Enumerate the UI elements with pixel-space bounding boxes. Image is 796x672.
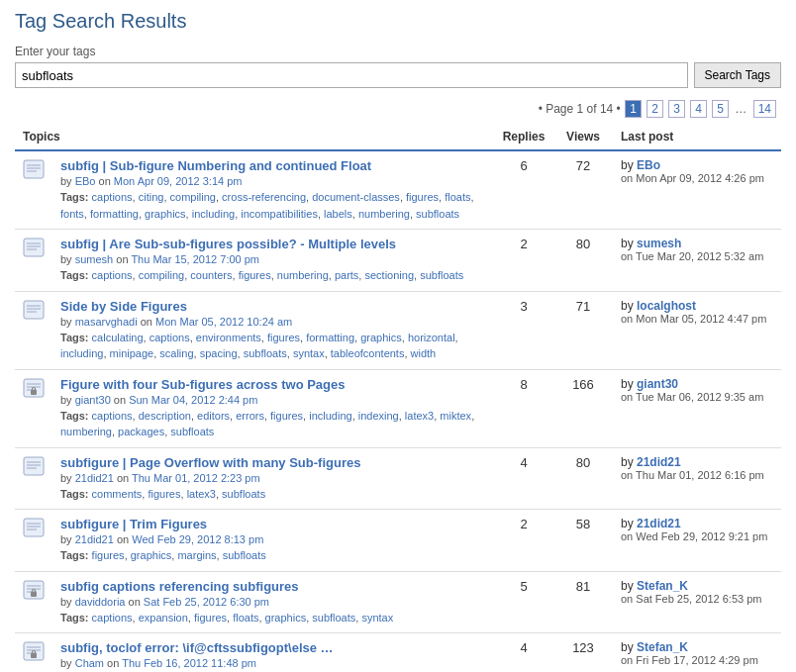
tag-link[interactable]: figures: [270, 410, 303, 422]
tag-link[interactable]: subfloats: [170, 426, 214, 437]
tag-link[interactable]: graphics: [265, 612, 307, 624]
tag-link[interactable]: captions: [92, 269, 133, 281]
topic-title-link[interactable]: subfig | Are Sub-sub-figures possible? -…: [60, 237, 396, 251]
tag-link[interactable]: citing: [139, 191, 164, 203]
page-4[interactable]: 4: [690, 100, 707, 118]
tag-link[interactable]: tableofcontents: [331, 347, 405, 359]
page-last[interactable]: 14: [753, 100, 776, 118]
tag-link[interactable]: compiling: [170, 191, 216, 203]
topic-title-link[interactable]: subfig captions referencing subfigures: [60, 579, 299, 594]
topic-date-link[interactable]: Sun Mar 04, 2012 2:44 pm: [129, 394, 257, 406]
tag-link[interactable]: width: [411, 347, 437, 359]
tag-link[interactable]: figures: [194, 612, 227, 624]
tag-link[interactable]: including: [309, 410, 351, 422]
tag-link[interactable]: description: [139, 410, 191, 422]
tag-link[interactable]: fonts: [60, 208, 84, 220]
topic-author-link[interactable]: EBo: [75, 175, 96, 187]
tag-link[interactable]: errors: [236, 410, 264, 422]
topic-date-link[interactable]: Wed Feb 29, 2012 8:13 pm: [132, 533, 263, 545]
topic-date-link[interactable]: Mon Mar 05, 2012 10:24 am: [155, 316, 292, 328]
topic-title-link[interactable]: subfigure | Trim Figures: [60, 517, 207, 531]
topic-author-link[interactable]: daviddoria: [75, 596, 126, 608]
topic-date-link[interactable]: Thu Mar 15, 2012 7:00 pm: [131, 253, 259, 265]
topic-title-link[interactable]: subfigure | Page Overflow with many Sub-…: [60, 455, 360, 470]
tag-link[interactable]: packages: [118, 426, 164, 437]
tag-link[interactable]: including: [60, 347, 103, 359]
tag-link[interactable]: graphics: [145, 208, 186, 220]
tag-link[interactable]: syntax: [361, 612, 393, 624]
tag-link[interactable]: formatting: [90, 208, 139, 220]
tag-link[interactable]: syntax: [293, 347, 325, 359]
tag-link[interactable]: compiling: [139, 269, 184, 281]
tag-link[interactable]: figures: [406, 191, 439, 203]
search-tags-button[interactable]: Search Tags: [694, 62, 782, 88]
tag-link[interactable]: captions: [149, 332, 190, 343]
tag-link[interactable]: numbering: [277, 269, 329, 281]
tag-link[interactable]: floats: [233, 612, 258, 624]
tag-link[interactable]: latex3: [405, 410, 434, 422]
topic-title-link[interactable]: Figure with four Sub-figures across two …: [60, 377, 346, 392]
tag-link[interactable]: calculating: [92, 332, 144, 343]
topic-date-link[interactable]: Mon Apr 09, 2012 3:14 pm: [114, 175, 243, 187]
topic-title-link[interactable]: subfig | Sub-figure Numbering and contin…: [60, 158, 371, 173]
tag-link[interactable]: spacing: [200, 347, 238, 359]
topic-date-link[interactable]: Thu Feb 16, 2012 11:48 pm: [122, 657, 256, 669]
page-5[interactable]: 5: [712, 100, 729, 118]
tag-link[interactable]: expansion: [139, 612, 188, 624]
tag-link[interactable]: counters: [190, 269, 232, 281]
lastpost-user-link[interactable]: Stefan_K: [637, 579, 688, 593]
tag-link[interactable]: comments: [92, 488, 143, 500]
tag-link[interactable]: formatting: [306, 332, 354, 343]
tag-link[interactable]: figures: [267, 332, 300, 343]
tag-link[interactable]: subfloats: [416, 208, 459, 220]
tag-link[interactable]: captions: [92, 191, 133, 203]
lastpost-user-link[interactable]: localghost: [637, 299, 696, 313]
lastpost-user-link[interactable]: giant30: [637, 377, 678, 391]
tag-link[interactable]: environments: [196, 332, 261, 343]
topic-date-link[interactable]: Thu Mar 01, 2012 2:23 pm: [132, 472, 260, 484]
topic-author-link[interactable]: masarvghadi: [75, 316, 138, 328]
topic-author-link[interactable]: Cham: [75, 657, 104, 669]
tag-link[interactable]: miktex: [440, 410, 471, 422]
tag-link[interactable]: subfloats: [223, 549, 266, 561]
lastpost-user-link[interactable]: 21did21: [637, 517, 681, 530]
tag-link[interactable]: subfloats: [222, 488, 265, 500]
tag-link[interactable]: including: [192, 208, 235, 220]
tag-link[interactable]: graphics: [360, 332, 402, 343]
lastpost-user-link[interactable]: EBo: [637, 158, 660, 172]
tag-link[interactable]: horizontal: [408, 332, 455, 343]
search-input[interactable]: [15, 62, 688, 88]
tag-link[interactable]: subfloats: [420, 269, 463, 281]
tag-link[interactable]: indexing: [358, 410, 399, 422]
topic-title-link[interactable]: Side by Side Figures: [60, 299, 187, 314]
tag-link[interactable]: scaling: [159, 347, 193, 359]
tag-link[interactable]: incompatibilities: [241, 208, 318, 220]
topic-author-link[interactable]: giant30: [75, 394, 111, 406]
lastpost-user-link[interactable]: sumesh: [637, 237, 681, 250]
tag-link[interactable]: parts: [335, 269, 358, 281]
page-1[interactable]: 1: [625, 100, 642, 118]
tag-link[interactable]: document-classes: [312, 191, 400, 203]
topic-author-link[interactable]: 21did21: [75, 472, 114, 484]
topic-title-link[interactable]: subfig, toclof error: \if@cftssubfigopt\…: [60, 640, 334, 655]
tag-link[interactable]: margins: [177, 549, 216, 561]
topic-date-link[interactable]: Sat Feb 25, 2012 6:30 pm: [144, 596, 269, 608]
tag-link[interactable]: minipage: [110, 347, 154, 359]
tag-link[interactable]: latex3: [187, 488, 216, 500]
tag-link[interactable]: numbering: [60, 426, 112, 437]
tag-link[interactable]: figures: [92, 549, 125, 561]
tag-link[interactable]: captions: [92, 410, 133, 422]
topic-author-link[interactable]: sumesh: [75, 253, 114, 265]
tag-link[interactable]: subfloats: [244, 347, 287, 359]
tag-link[interactable]: labels: [324, 208, 352, 220]
tag-link[interactable]: figures: [239, 269, 271, 281]
tag-link[interactable]: subfloats: [312, 612, 355, 624]
page-3[interactable]: 3: [668, 100, 685, 118]
tag-link[interactable]: numbering: [358, 208, 410, 220]
tag-link[interactable]: floats: [445, 191, 470, 203]
tag-link[interactable]: sectioning: [364, 269, 414, 281]
tag-link[interactable]: graphics: [131, 549, 172, 561]
topic-author-link[interactable]: 21did21: [75, 533, 114, 545]
tag-link[interactable]: figures: [148, 488, 180, 500]
tag-link[interactable]: cross-referencing: [222, 191, 306, 203]
